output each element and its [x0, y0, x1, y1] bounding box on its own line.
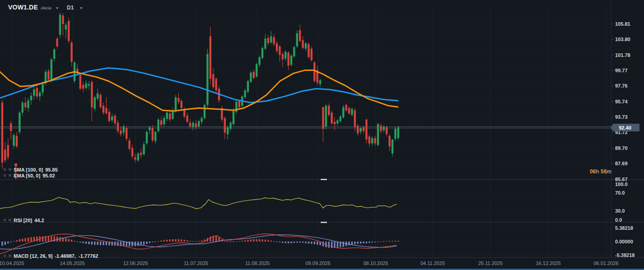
ema-value: 95.02: [42, 173, 55, 178]
separator-drag-handle[interactable]: [321, 222, 327, 223]
date-label: 10.04.2025: [0, 261, 24, 266]
close-icon[interactable]: ✕: [8, 218, 12, 223]
price-axis-label: 99.77: [615, 68, 628, 73]
rsi-value: 44.2: [34, 218, 44, 223]
date-label: 09.09.2025: [305, 261, 330, 266]
countdown-hours-unit: h: [596, 168, 601, 175]
settings-icon[interactable]: ≡: [4, 173, 6, 178]
rsi-axis-label: 0.0: [615, 217, 622, 223]
sma-label: SMA [100, 0]: [14, 167, 43, 172]
price-axis-label: 101.78: [615, 52, 630, 58]
macd-axis-label: 0.00000: [615, 239, 633, 244]
rsi-axis-label: 30.0: [615, 208, 625, 214]
timeframe-selector[interactable]: D1 ▾: [67, 5, 82, 11]
candle-close-countdown: 06h 56m: [582, 168, 611, 175]
date-label: 12.06.2025: [123, 261, 148, 266]
date-label: 16.12.2025: [536, 261, 560, 266]
date-label: 08.10.2025: [363, 261, 388, 266]
settings-icon[interactable]: ≡: [4, 218, 6, 223]
current-price-badge: 92.40: [611, 124, 639, 131]
macd-label: MACD [12, 26, 9]: [14, 253, 52, 259]
countdown-hours: 06: [590, 168, 596, 175]
price-axis-label: 97.76: [615, 83, 628, 88]
settings-icon[interactable]: ≡: [4, 254, 6, 258]
symbol-name[interactable]: VOW1.DE: [8, 4, 38, 11]
date-label: 04.11.2025: [420, 261, 445, 266]
date-label: 11.08.2025: [245, 261, 270, 266]
chevron-down-icon[interactable]: ▾: [80, 5, 82, 10]
trading-chart-window: VOW1.DE Akcie ▾ D1 ▾ ≡ ✕ SMA [100, 0] 95…: [0, 0, 644, 270]
legend-rsi: ≡ ✕ RSI [20] 44.2: [4, 217, 44, 223]
legend-sma: ≡ ✕ SMA [100, 0] 95.85: [4, 167, 58, 172]
date-label: 14.05.2025: [60, 261, 84, 266]
close-icon[interactable]: ✕: [8, 168, 12, 172]
sma-value: 95.85: [45, 167, 58, 172]
rsi-axis-label: 100.0: [615, 182, 628, 187]
instrument-type-label: Akcie: [41, 6, 51, 10]
price-axis-label: 89.70: [615, 145, 628, 151]
price-axis-label: 87.69: [615, 161, 628, 166]
date-label: 06.01.2026: [593, 261, 618, 266]
close-icon[interactable]: ✕: [8, 254, 12, 258]
chart-canvas[interactable]: [0, 0, 644, 270]
date-label: 25.11.2025: [478, 261, 503, 266]
rsi-label: RSI [20]: [14, 218, 32, 223]
settings-icon[interactable]: ≡: [4, 168, 6, 172]
price-axis-label: 95.74: [615, 99, 628, 104]
rsi-axis-label: 70.0: [615, 190, 625, 196]
separator-drag-handle[interactable]: [321, 179, 327, 180]
chevron-down-icon[interactable]: ▾: [56, 5, 58, 10]
ema-label: EMA [50, 0]: [14, 173, 40, 178]
macd-axis-label: 5.38218: [615, 225, 633, 231]
price-axis-label: 105.81: [615, 21, 630, 27]
price-axis-label: 93.73: [615, 114, 628, 120]
countdown-minutes-unit: m: [607, 168, 611, 175]
timeframe-label: D1: [67, 5, 74, 11]
macd-axis-label: -5.38218: [615, 252, 635, 258]
date-label: 11.07.2025: [184, 261, 208, 266]
legend-ema: ≡ ✕ EMA [50, 0] 95.02: [4, 172, 55, 178]
price-axis-label: 103.80: [615, 37, 630, 42]
countdown-minutes: 56: [601, 168, 607, 175]
legend-macd: ≡ ✕ MACD [12, 26, 9] -1.46987, -1.77762: [4, 253, 98, 259]
close-icon[interactable]: ✕: [8, 173, 12, 178]
macd-value: -1.46987, -1.77762: [55, 253, 98, 259]
